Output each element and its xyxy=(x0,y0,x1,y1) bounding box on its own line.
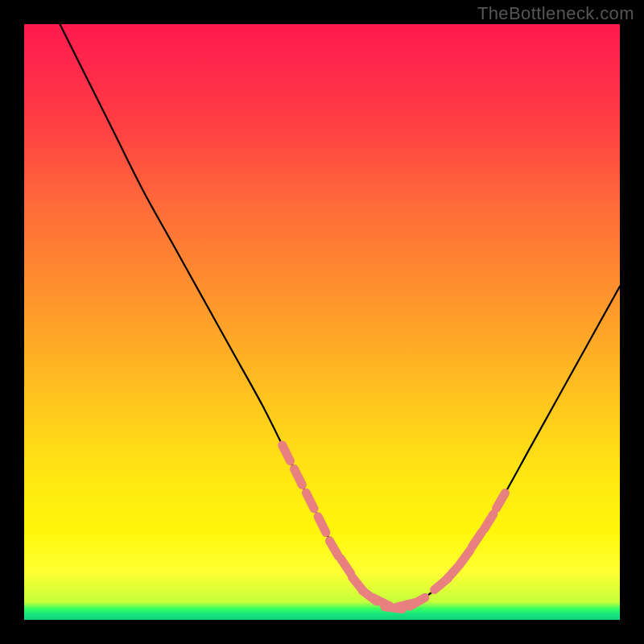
curve-marker xyxy=(306,493,314,509)
plot-area xyxy=(24,24,620,620)
curve-marker xyxy=(460,550,470,564)
curve-svg xyxy=(24,24,620,620)
curve-marker xyxy=(341,559,351,573)
curve-marker xyxy=(294,469,302,485)
curve-marker xyxy=(283,445,291,461)
marker-group xyxy=(283,445,506,609)
curve-marker xyxy=(484,514,493,530)
curve-marker xyxy=(472,532,481,547)
watermark-text: TheBottleneck.com xyxy=(477,3,634,24)
bottleneck-curve xyxy=(60,24,620,608)
curve-marker xyxy=(497,493,506,508)
chart-frame: TheBottleneck.com xyxy=(0,0,644,644)
curve-marker xyxy=(329,541,338,556)
curve-marker xyxy=(318,517,326,533)
